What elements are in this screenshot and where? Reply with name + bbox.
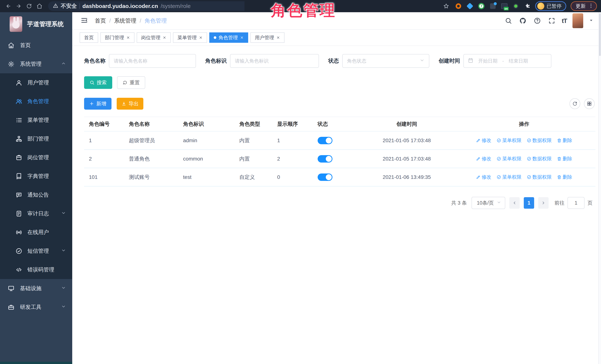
- sidebar-item-研发工具[interactable]: 研发工具: [0, 298, 72, 316]
- trash-icon: [557, 175, 561, 179]
- action-修改[interactable]: 修改: [476, 137, 491, 144]
- edit-icon: [476, 138, 481, 143]
- breadcrumb-item-系统管理[interactable]: 系统管理: [114, 17, 136, 25]
- sidebar-item-短信管理[interactable]: 短信管理: [0, 242, 72, 260]
- action-菜单权限[interactable]: 菜单权限: [497, 174, 521, 180]
- sidebar-item-通知公告[interactable]: 通知公告: [0, 186, 72, 204]
- bookmark-star-icon[interactable]: [442, 2, 451, 10]
- sidebar-item-系统管理[interactable]: 系统管理: [0, 55, 72, 73]
- sidebar-item-角色管理[interactable]: 角色管理: [0, 92, 72, 111]
- user-avatar[interactable]: [572, 13, 583, 28]
- action-删除[interactable]: 删除: [557, 137, 572, 144]
- extension-blue-gem-icon[interactable]: [466, 3, 473, 10]
- cell-sort: 0: [275, 168, 316, 186]
- extension-green-seven-icon[interactable]: 7: [478, 3, 485, 10]
- close-icon[interactable]: [163, 36, 166, 39]
- sidebar-menu: 首页系统管理用户管理角色管理菜单管理部门管理岗位管理字典管理通知公告审计日志在线…: [0, 36, 72, 316]
- font-size-icon[interactable]: tT: [562, 17, 567, 24]
- action-修改[interactable]: 修改: [476, 174, 491, 180]
- browser-menu-icon[interactable]: [588, 3, 594, 9]
- reset-button[interactable]: 重置: [117, 76, 145, 89]
- sidebar-item-菜单管理[interactable]: 菜单管理: [0, 111, 72, 129]
- tab-岗位管理[interactable]: 岗位管理: [137, 32, 171, 43]
- next-page-button[interactable]: [538, 197, 549, 209]
- action-菜单权限[interactable]: 菜单权限: [497, 137, 521, 144]
- sidebar-item-label: 错误码管理: [27, 266, 54, 274]
- extensions-puzzle-icon[interactable]: [524, 3, 531, 10]
- goto-page-input[interactable]: [568, 197, 584, 209]
- sidebar-item-错误码管理[interactable]: 错误码管理: [0, 260, 72, 279]
- browser-home-icon[interactable]: [35, 2, 44, 10]
- cell-id: 1: [84, 131, 127, 150]
- close-icon[interactable]: [240, 36, 244, 39]
- status-toggle[interactable]: [318, 174, 332, 181]
- browser-address-bar[interactable]: 不安全 dashboard.yudao.iocoder.cn/system/ro…: [48, 1, 244, 11]
- book-icon: [15, 173, 23, 180]
- url-path: /system/role: [160, 3, 190, 9]
- extension-grid-icon[interactable]: [489, 3, 496, 10]
- page-number-button[interactable]: 1: [524, 197, 534, 209]
- tab-用户管理[interactable]: 用户管理: [250, 32, 284, 43]
- add-button[interactable]: 新增: [84, 98, 111, 110]
- create-time-range-picker[interactable]: 开始日期 - 结束日期: [463, 54, 551, 68]
- profile-paused-pill[interactable]: 已暂停: [535, 1, 566, 11]
- cell-created-time: 2021-01-06 13:49:35: [361, 168, 453, 186]
- topbar: 首页/系统管理/角色管理 tT: [72, 12, 601, 30]
- tab-首页[interactable]: 首页: [80, 32, 98, 43]
- page-scrollbar[interactable]: [598, 12, 601, 364]
- sidebar-item-在线用户[interactable]: 在线用户: [0, 223, 72, 242]
- sidebar-item-首页[interactable]: 首页: [0, 36, 72, 55]
- tab-菜单管理[interactable]: 菜单管理: [173, 32, 207, 43]
- role-key-input[interactable]: [230, 54, 319, 68]
- sidebar-item-字典管理[interactable]: 字典管理: [0, 167, 72, 186]
- close-icon[interactable]: [199, 36, 203, 39]
- search-icon[interactable]: [504, 16, 513, 25]
- sidebar-item-用户管理[interactable]: 用户管理: [0, 73, 72, 92]
- status-select[interactable]: 角色状态: [342, 54, 429, 68]
- chevron-down-icon: [61, 248, 66, 254]
- action-删除[interactable]: 删除: [557, 174, 572, 180]
- chevron-up-icon: [61, 61, 66, 67]
- close-icon[interactable]: [126, 36, 130, 39]
- tab-部门管理[interactable]: 部门管理: [100, 32, 134, 43]
- browser-forward-icon[interactable]: [14, 2, 23, 10]
- extension-sprout-icon[interactable]: [512, 3, 519, 10]
- action-菜单权限[interactable]: 菜单权限: [497, 156, 521, 162]
- prev-page-button[interactable]: [509, 197, 520, 209]
- export-button[interactable]: 导出: [117, 98, 143, 110]
- tab-角色管理[interactable]: 角色管理: [209, 32, 248, 43]
- page-size-select[interactable]: 10条/页: [471, 197, 505, 209]
- action-修改[interactable]: 修改: [476, 156, 491, 162]
- sidebar-item-岗位管理[interactable]: 岗位管理: [0, 148, 72, 167]
- sidebar-item-部门管理[interactable]: 部门管理: [0, 129, 72, 148]
- browser-update-button[interactable]: 更新: [571, 1, 597, 11]
- column-settings-button[interactable]: [584, 98, 595, 109]
- avatar-caret-icon[interactable]: [589, 18, 594, 23]
- menu-fold-icon[interactable]: [80, 17, 88, 25]
- browser-back-icon[interactable]: [4, 2, 13, 10]
- extension-orange-ring-icon[interactable]: [455, 3, 462, 10]
- help-icon[interactable]: [533, 16, 542, 25]
- tree-icon: [15, 135, 23, 143]
- sidebar-item-基础设施[interactable]: 基础设施: [0, 279, 72, 298]
- role-name-input[interactable]: [109, 54, 196, 68]
- search-button[interactable]: 搜索: [84, 76, 112, 89]
- browser-reload-icon[interactable]: [25, 2, 33, 10]
- cell-type: 内置: [237, 131, 275, 150]
- refresh-table-button[interactable]: [570, 98, 580, 109]
- action-数据权限[interactable]: 数据权限: [527, 137, 552, 144]
- browser-chrome: 不安全 dashboard.yudao.iocoder.cn/system/ro…: [0, 0, 601, 12]
- sidebar-item-审计日志[interactable]: 审计日志: [0, 204, 72, 223]
- breadcrumb-item-首页[interactable]: 首页: [95, 17, 106, 25]
- action-数据权限[interactable]: 数据权限: [527, 174, 552, 180]
- status-toggle[interactable]: [318, 155, 332, 163]
- status-toggle[interactable]: [318, 137, 332, 144]
- app-logo[interactable]: 芋道管理系统: [0, 12, 72, 36]
- extension-dark-on-icon[interactable]: on: [501, 3, 508, 10]
- github-icon[interactable]: [518, 16, 527, 25]
- action-删除[interactable]: 删除: [557, 156, 572, 162]
- close-icon[interactable]: [276, 36, 280, 39]
- action-数据权限[interactable]: 数据权限: [527, 156, 552, 162]
- tab-label: 岗位管理: [141, 34, 160, 41]
- fullscreen-icon[interactable]: [547, 16, 556, 25]
